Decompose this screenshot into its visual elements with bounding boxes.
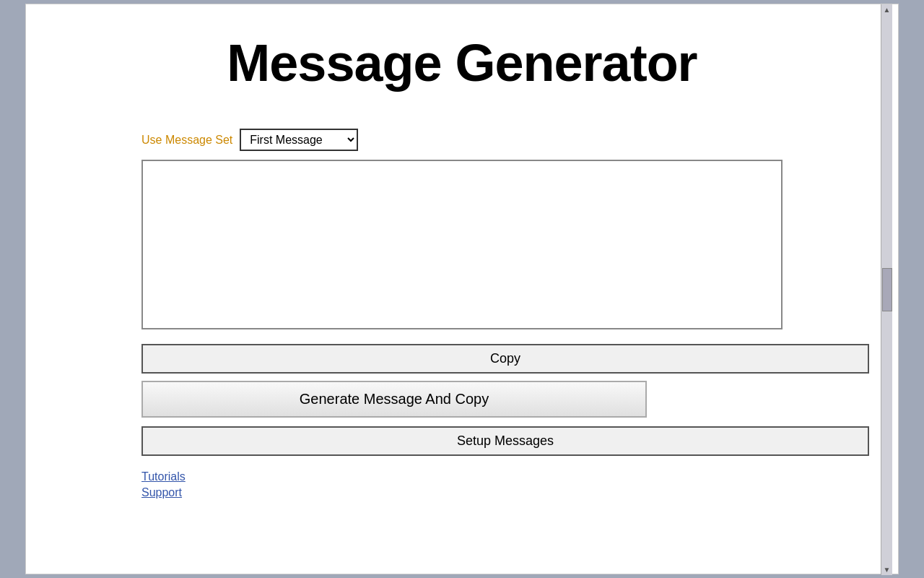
support-link[interactable]: Support	[141, 486, 869, 499]
tutorials-link[interactable]: Tutorials	[141, 470, 869, 483]
setup-messages-button[interactable]: Setup Messages	[141, 426, 869, 456]
page-title: Message Generator	[55, 33, 869, 92]
scroll-up-arrow[interactable]: ▲	[884, 6, 891, 14]
textarea-container	[141, 160, 783, 332]
message-textarea[interactable]	[141, 160, 783, 329]
message-set-select[interactable]: First Message Second Message Third Messa…	[240, 129, 358, 151]
scrollbar-thumb[interactable]	[882, 268, 892, 311]
scrollbar: ▲ ▼	[881, 4, 892, 575]
scroll-down-arrow[interactable]: ▼	[884, 566, 891, 574]
generate-message-button[interactable]: Generate Message And Copy	[141, 381, 647, 418]
message-set-label: Use Message Set	[141, 134, 232, 147]
buttons-row: Copy Generate Message And Copy Setup Mes…	[141, 344, 869, 470]
links-row: Tutorials Support	[141, 470, 869, 499]
copy-button[interactable]: Copy	[141, 344, 869, 374]
main-container: Message Generator Use Message Set First …	[25, 4, 899, 574]
message-set-row: Use Message Set First Message Second Mes…	[141, 129, 869, 151]
